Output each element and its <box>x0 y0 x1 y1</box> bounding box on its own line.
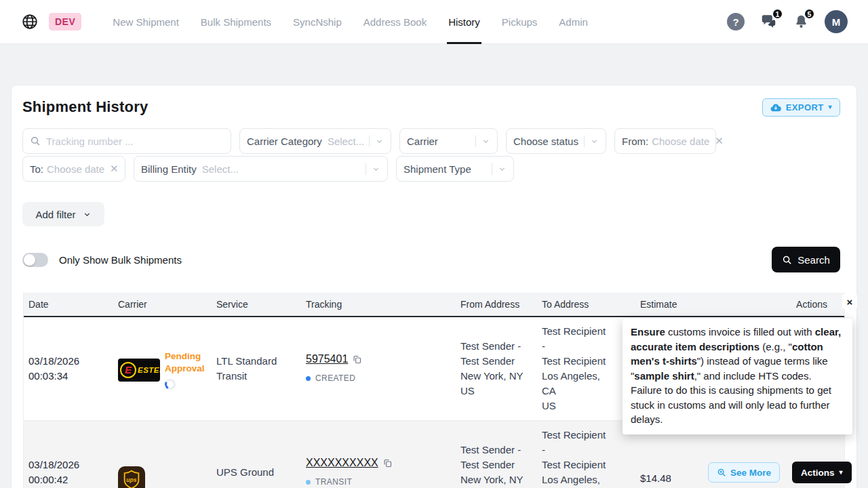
pending-approval-status: Pending Approval <box>165 350 210 375</box>
status-badge: TRANSIT <box>315 474 352 488</box>
search-button[interactable]: Search <box>772 247 840 272</box>
page-title: Shipment History <box>22 98 148 116</box>
status-dot <box>306 480 311 485</box>
caret-down-icon: ▾ <box>840 469 843 476</box>
tooltip-text: Ensure customs invoice is filled out wit… <box>631 326 841 425</box>
clear-from-date-icon[interactable]: ✕ <box>709 135 724 147</box>
help-icon[interactable]: ? <box>727 13 745 30</box>
nav-bulk-shipments[interactable]: Bulk Shipments <box>190 0 282 44</box>
chevron-down-icon <box>372 165 380 174</box>
top-nav: DEV New Shipment Bulk Shipments SyncNshi… <box>0 0 868 44</box>
messages-icon[interactable]: 1 <box>760 13 778 30</box>
tracking-number-link[interactable]: XXXXXXXXXX <box>306 455 378 470</box>
copy-icon[interactable] <box>352 354 362 365</box>
col-service: Service <box>212 299 301 310</box>
tracking-number-field[interactable] <box>46 136 224 147</box>
service-cell: LTL Standard Transit <box>212 347 292 390</box>
carrier-select[interactable]: Carrier <box>399 128 498 154</box>
carrier-category-select[interactable]: Carrier Category Select... <box>239 128 391 154</box>
status-select[interactable]: Choose status <box>506 128 606 154</box>
from-address-cell: Test Sender -Test Sender New York, NYUS <box>456 436 532 488</box>
export-button[interactable]: EXPORT ▾ <box>762 98 840 117</box>
pending-spinner-icon <box>163 378 177 391</box>
see-more-button[interactable]: See More <box>708 462 780 483</box>
add-filter-button[interactable]: Add filter <box>22 202 104 226</box>
user-avatar[interactable]: M <box>825 10 848 33</box>
customs-warning-tooltip: Ensure customs invoice is filled out wit… <box>623 319 852 434</box>
cloud-download-icon <box>770 103 781 112</box>
nav-admin[interactable]: Admin <box>548 0 599 44</box>
filter-bar: Carrier Category Select... Carrier Choos… <box>12 121 761 182</box>
tracking-number-input[interactable] <box>22 128 231 154</box>
col-estimate: Estimate <box>635 299 703 310</box>
to-date-filter[interactable]: To: Choose date ✕ <box>22 156 125 182</box>
caret-down-icon: ▾ <box>829 104 832 110</box>
chevron-down-icon <box>375 137 384 146</box>
main-nav: New Shipment Bulk Shipments SyncNship Ad… <box>102 0 599 44</box>
nav-history[interactable]: History <box>437 0 491 44</box>
col-tracking: Tracking <box>301 299 456 310</box>
estimate-value: $14.48 <box>640 471 698 486</box>
tracking-cell: 5975401 CREATED <box>301 345 456 392</box>
chevron-down-icon <box>498 165 507 174</box>
ups-carrier-logo: ups <box>118 466 145 488</box>
estes-carrier-logo: E ESTES <box>118 359 160 382</box>
bulk-toggle-label: Only Show Bulk Shipments <box>59 254 182 266</box>
notifications-bell-icon[interactable]: 5 <box>793 13 810 30</box>
tracking-number-link[interactable]: 5975401 <box>306 352 348 367</box>
actions-cell: See More Actions ▾ <box>703 455 866 488</box>
env-badge: DEV <box>49 13 81 30</box>
status-dot <box>306 376 311 381</box>
tracking-cell: XXXXXXXXXX TRANSIT <box>301 449 456 488</box>
nav-right-icons: ? 1 5 M <box>727 10 848 33</box>
clear-to-date-icon[interactable]: ✕ <box>104 163 119 175</box>
copy-icon[interactable] <box>382 458 393 468</box>
nav-pickups[interactable]: Pickups <box>491 0 549 44</box>
tooltip-close-icon[interactable]: × <box>842 294 857 309</box>
shipment-date: 03/18/2026 00:00:42 <box>24 451 113 488</box>
col-date: Date <box>24 299 113 310</box>
magnifier-plus-icon <box>717 468 726 477</box>
billing-entity-select[interactable]: Billing Entity Select... <box>134 156 388 182</box>
chevron-down-icon <box>590 137 599 146</box>
estimate-cell: $14.48 <box>635 452 703 488</box>
col-from-address: From Address <box>456 299 537 310</box>
shipment-type-select[interactable]: Shipment Type <box>396 156 514 182</box>
from-address-cell: Test Sender -Test Sender New York, NYUS <box>456 332 532 405</box>
table-header-row: Date Carrier Service Tracking From Addre… <box>24 293 844 317</box>
to-address-cell: Test Recipient -Test Recipient Los Angel… <box>537 421 613 488</box>
nav-syncnship[interactable]: SyncNship <box>282 0 353 44</box>
col-carrier: Carrier <box>113 299 212 310</box>
shipment-date: 03/18/2026 00:03:34 <box>24 347 113 390</box>
messages-count-badge: 1 <box>772 8 783 20</box>
chevron-down-icon <box>481 137 490 146</box>
row-actions-button[interactable]: Actions ▾ <box>792 462 852 483</box>
nav-new-shipment[interactable]: New Shipment <box>102 0 190 44</box>
bulk-shipments-toggle[interactable] <box>22 253 48 267</box>
service-cell: UPS Ground <box>212 458 301 487</box>
carrier-cell: E ESTES Pending Approval <box>113 341 212 396</box>
to-address-cell: Test Recipient -Test Recipient Los Angel… <box>537 317 613 420</box>
search-icon <box>782 255 792 265</box>
from-date-filter[interactable]: From: Choose date ✕ <box>614 128 716 154</box>
notifications-count-badge: 5 <box>804 8 815 20</box>
app-logo-globe-icon[interactable] <box>20 12 39 31</box>
status-badge: CREATED <box>315 371 355 386</box>
search-icon <box>30 136 41 146</box>
nav-address-book[interactable]: Address Book <box>353 0 437 44</box>
carrier-cell: ups <box>113 445 212 488</box>
svg-text:ups: ups <box>126 476 137 483</box>
col-to-address: To Address <box>537 299 635 310</box>
chevron-down-icon <box>83 210 92 219</box>
col-actions: Actions <box>703 299 844 310</box>
